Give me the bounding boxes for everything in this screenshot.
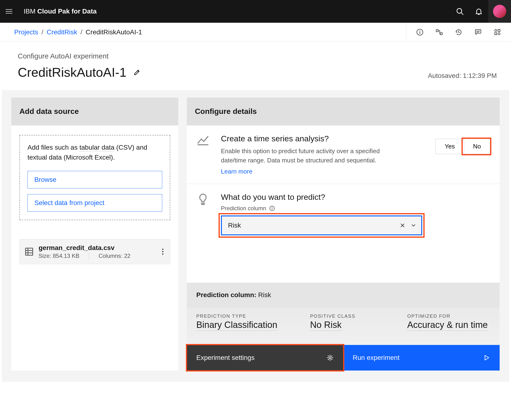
- yes-button[interactable]: Yes: [436, 139, 464, 154]
- select-from-project-button[interactable]: Select data from project: [28, 194, 162, 212]
- dropzone-hint: Add files such as tabular data (CSV) and…: [28, 142, 162, 162]
- chevron-down-icon[interactable]: [410, 222, 417, 228]
- prediction-column-combobox[interactable]: Risk: [221, 216, 422, 235]
- edit-title-icon[interactable]: [133, 68, 141, 76]
- info-icon[interactable]: [416, 28, 424, 36]
- summary-pred-col-value: Risk: [256, 291, 271, 299]
- svg-rect-14: [26, 248, 33, 255]
- global-header: IBM Cloud Pak for Data: [0, 0, 511, 23]
- main-grid: Add data source Add files such as tabula…: [2, 90, 509, 382]
- gear-icon: [326, 354, 334, 361]
- breadcrumb-separator: /: [41, 28, 43, 36]
- flow-icon[interactable]: [435, 28, 443, 36]
- svg-point-26: [329, 357, 331, 359]
- svg-point-23: [272, 207, 272, 208]
- prediction-type-value[interactable]: Binary Classification: [196, 320, 277, 331]
- run-experiment-label: Run experiment: [353, 354, 400, 361]
- no-button[interactable]: No: [464, 139, 490, 154]
- experiment-settings-label: Experiment settings: [196, 354, 255, 361]
- dashboard-icon[interactable]: [494, 28, 502, 36]
- csv-file-icon: [24, 247, 34, 256]
- breadcrumb-current: CreditRiskAutoAI-1: [86, 28, 142, 36]
- dropzone[interactable]: Add files such as tabular data (CSV) and…: [19, 135, 170, 220]
- hamburger-menu-icon[interactable]: [6, 7, 14, 16]
- history-icon[interactable]: [455, 28, 463, 36]
- timeseries-desc: Enable this option to predict future act…: [221, 147, 401, 165]
- learn-more-link[interactable]: Learn more: [221, 168, 252, 175]
- experiment-settings-button[interactable]: Experiment settings: [187, 345, 343, 370]
- file-tile[interactable]: german_credit_data.csv Size: 854.13 KB C…: [19, 239, 170, 264]
- predict-title: What do you want to predict?: [221, 193, 490, 202]
- breadcrumb-separator: /: [81, 28, 83, 36]
- file-size: Size: 854.13 KB: [39, 253, 89, 259]
- lightbulb-icon: [196, 193, 210, 206]
- page-header: Configure AutoAI experiment CreditRiskAu…: [0, 42, 511, 90]
- brand-prefix: IBM: [24, 8, 38, 15]
- breadcrumb-projects-link[interactable]: Projects: [14, 28, 38, 36]
- positive-class-value[interactable]: No Risk: [310, 320, 341, 331]
- product-brand: IBM Cloud Pak for Data: [24, 8, 97, 15]
- timeseries-title: Create a time series analysis?: [221, 134, 424, 143]
- search-icon[interactable]: [450, 0, 469, 23]
- page-kicker: Configure AutoAI experiment: [18, 52, 141, 60]
- hint-pre: Add files such as: [28, 144, 79, 151]
- brand-bold: Cloud Pak for Data: [38, 8, 97, 15]
- configure-details-header: Configure details: [187, 98, 500, 126]
- clear-icon[interactable]: [399, 222, 406, 228]
- svg-point-12: [498, 33, 500, 35]
- svg-rect-11: [495, 33, 497, 35]
- toolbar-icons: [406, 23, 502, 42]
- positive-class-label: POSITIVE CLASS: [310, 314, 393, 319]
- optimized-for-label: OPTIMIZED FOR: [407, 314, 490, 319]
- header-right-group: [450, 0, 511, 23]
- file-name: german_credit_data.csv: [39, 244, 130, 252]
- prediction-column-label: Prediction column: [221, 205, 266, 212]
- prediction-type-label: PREDICTION TYPE: [196, 314, 296, 319]
- file-columns: Columns: 22: [98, 253, 130, 259]
- prediction-summary-bar: Prediction column: Risk: [187, 283, 500, 307]
- prediction-details-grid: PREDICTION TYPE Binary Classification PO…: [187, 307, 500, 345]
- svg-point-4: [419, 30, 420, 31]
- predict-row: What do you want to predict? Prediction …: [187, 184, 500, 249]
- line-chart-icon: [196, 134, 210, 147]
- breadcrumb: Projects / CreditRisk / CreditRiskAutoAI…: [14, 28, 142, 36]
- page-title: CreditRiskAutoAI-1: [18, 65, 127, 80]
- play-icon: [483, 354, 490, 361]
- notifications-icon[interactable]: [469, 0, 488, 23]
- autosave-timestamp: Autosaved: 1:12:39 PM: [428, 72, 497, 80]
- yes-no-group: Yes No: [436, 139, 490, 175]
- hint-dotted: tabular data: [79, 144, 114, 151]
- summary-pred-col-label: Prediction column:: [196, 291, 256, 299]
- svg-marker-27: [485, 355, 489, 360]
- svg-point-9: [495, 29, 497, 31]
- breadcrumb-bar: Projects / CreditRisk / CreditRiskAutoAI…: [0, 23, 511, 42]
- avatar[interactable]: [488, 0, 511, 23]
- svg-rect-10: [498, 29, 500, 31]
- svg-line-1: [461, 13, 463, 15]
- action-bar: Experiment settings Run experiment: [187, 345, 500, 370]
- browse-button[interactable]: Browse: [28, 171, 162, 188]
- add-data-source-header: Add data source: [11, 98, 178, 126]
- info-icon[interactable]: [269, 205, 275, 211]
- avatar-circle-icon: [493, 5, 506, 18]
- run-experiment-button[interactable]: Run experiment: [343, 345, 500, 370]
- optimized-for-value[interactable]: Accuracy & run time: [407, 320, 488, 331]
- breadcrumb-project-link[interactable]: CreditRisk: [47, 28, 77, 36]
- file-overflow-menu-icon[interactable]: [160, 247, 166, 257]
- combobox-selected-value: Risk: [228, 222, 399, 229]
- time-series-row: Create a time series analysis? Enable th…: [187, 126, 500, 184]
- chat-icon[interactable]: [474, 28, 482, 36]
